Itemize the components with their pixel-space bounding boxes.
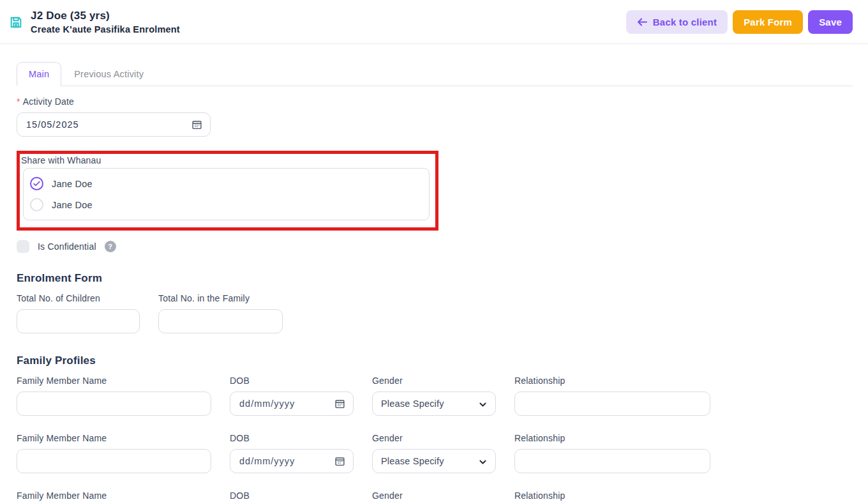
header-actions: Back to client Park Form Save bbox=[626, 10, 853, 34]
dob-input[interactable] bbox=[239, 399, 344, 409]
activity-date-input[interactable] bbox=[26, 119, 201, 130]
dob-input-wrapper bbox=[230, 449, 354, 473]
total-children-label: Total No. of Children bbox=[17, 293, 140, 303]
share-with-whanau-label: Share with Whanau bbox=[21, 155, 435, 165]
park-form-button[interactable]: Park Form bbox=[733, 10, 803, 34]
save-button[interactable]: Save bbox=[808, 10, 853, 34]
required-asterisk: * bbox=[17, 96, 20, 107]
total-family-label: Total No. in the Family bbox=[158, 293, 283, 303]
family-member-name-label: Family Member Name bbox=[17, 433, 211, 443]
dob-input-wrapper bbox=[230, 392, 354, 416]
arrow-left-icon bbox=[637, 17, 648, 27]
share-option-name: Jane Doe bbox=[52, 179, 93, 189]
activity-date-input-wrapper bbox=[17, 112, 211, 137]
chevron-down-icon bbox=[479, 457, 487, 466]
dob-label: DOB bbox=[230, 433, 354, 443]
gender-selected-value: Please Specify bbox=[381, 456, 444, 466]
relationship-input[interactable] bbox=[524, 456, 701, 466]
is-confidential-checkbox[interactable] bbox=[17, 240, 29, 253]
back-to-client-button[interactable]: Back to client bbox=[626, 10, 728, 34]
floppy-disk-icon bbox=[9, 15, 23, 29]
checkbox-checked[interactable] bbox=[30, 177, 43, 190]
relationship-label: Relationship bbox=[514, 376, 710, 386]
total-children-input[interactable] bbox=[26, 316, 130, 326]
is-confidential-row: Is Confidential ? bbox=[17, 240, 853, 253]
page-title: J2 Doe (35 yrs) bbox=[31, 10, 180, 22]
activity-date-label: *Activity Date bbox=[17, 96, 853, 107]
family-member-name-input[interactable] bbox=[26, 456, 202, 466]
activity-date-field: *Activity Date bbox=[17, 96, 853, 137]
gender-select[interactable]: Please Specify bbox=[372, 449, 496, 473]
tab-main[interactable]: Main bbox=[17, 62, 61, 86]
total-children-input-wrapper bbox=[17, 309, 140, 333]
family-profile-row: Family Member Name DOB Gender Relationsh… bbox=[17, 376, 853, 416]
gender-label: Gender bbox=[372, 433, 496, 443]
relationship-input-wrapper bbox=[514, 392, 710, 416]
gender-label: Gender bbox=[372, 376, 496, 386]
total-family-input-wrapper bbox=[158, 309, 283, 333]
total-family-input[interactable] bbox=[168, 316, 273, 326]
save-label: Save bbox=[819, 17, 842, 27]
gender-select[interactable]: Please Specify bbox=[372, 392, 496, 416]
dob-input[interactable] bbox=[239, 456, 344, 466]
calendar-icon[interactable] bbox=[334, 456, 345, 467]
gender-selected-value: Please Specify bbox=[381, 399, 444, 409]
tab-bar: Main Previous Activity bbox=[17, 62, 853, 86]
family-profile-row: Family Member Name DOB Gender Relationsh… bbox=[17, 491, 853, 502]
annotation-highlight-rectangle: Share with Whanau Jane Doe Jane Doe bbox=[17, 151, 438, 231]
question-mark-icon[interactable]: ? bbox=[105, 241, 116, 252]
relationship-label: Relationship bbox=[514, 491, 710, 501]
family-member-name-label: Family Member Name bbox=[17, 491, 211, 501]
dob-label: DOB bbox=[230, 376, 354, 386]
page-header: J2 Doe (35 yrs) Create K'aute Pasifika E… bbox=[0, 0, 868, 44]
checkbox-unchecked[interactable] bbox=[30, 198, 43, 211]
dob-label: DOB bbox=[230, 491, 354, 501]
family-profiles-section: Family Profiles Family Member Name DOB G… bbox=[17, 354, 853, 502]
calendar-icon[interactable] bbox=[191, 119, 202, 130]
share-with-whanau-list: Jane Doe Jane Doe bbox=[23, 168, 430, 220]
share-option-name: Jane Doe bbox=[52, 200, 93, 210]
is-confidential-label: Is Confidential bbox=[38, 241, 96, 252]
gender-label: Gender bbox=[372, 491, 496, 501]
calendar-icon[interactable] bbox=[334, 399, 345, 409]
family-profiles-heading: Family Profiles bbox=[17, 354, 853, 367]
family-profile-row: Family Member Name DOB Gender Relationsh… bbox=[17, 433, 853, 473]
tab-previous-activity[interactable]: Previous Activity bbox=[61, 63, 156, 86]
family-member-name-input[interactable] bbox=[26, 399, 202, 409]
family-member-name-input-wrapper bbox=[17, 392, 211, 416]
back-to-client-label: Back to client bbox=[653, 17, 717, 27]
enrolment-form-section: Enrolment Form Total No. of Children Tot… bbox=[17, 272, 853, 333]
family-member-name-input-wrapper bbox=[17, 449, 211, 473]
relationship-input[interactable] bbox=[524, 399, 701, 409]
park-form-label: Park Form bbox=[744, 17, 792, 27]
chevron-down-icon bbox=[479, 400, 487, 408]
title-block: J2 Doe (35 yrs) Create K'aute Pasifika E… bbox=[31, 10, 180, 34]
relationship-label: Relationship bbox=[514, 433, 710, 443]
share-option-row[interactable]: Jane Doe bbox=[30, 194, 423, 215]
family-member-name-label: Family Member Name bbox=[17, 376, 211, 386]
page-subtitle: Create K'aute Pasifika Enrolment bbox=[31, 24, 180, 34]
share-option-row[interactable]: Jane Doe bbox=[30, 173, 423, 194]
enrolment-form-heading: Enrolment Form bbox=[17, 272, 853, 285]
relationship-input-wrapper bbox=[514, 449, 710, 473]
